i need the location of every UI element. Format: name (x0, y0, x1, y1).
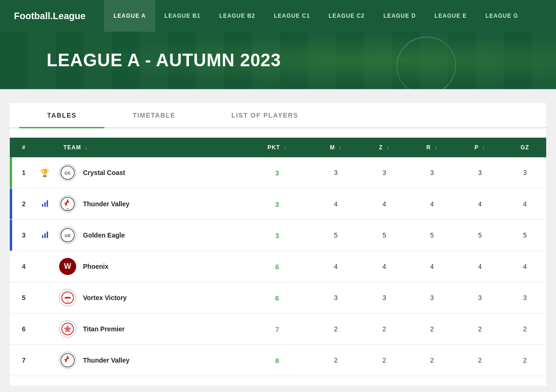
z-cell: 4 (361, 189, 408, 220)
team-logo (59, 320, 76, 338)
gz-col-header[interactable]: GZ (504, 138, 546, 157)
p-cell: 3 (456, 157, 504, 189)
rank-icon-cell (35, 282, 54, 314)
team-cell: TV Thunder Valley (54, 189, 243, 220)
nav-league-g[interactable]: LEAGUE G (476, 0, 528, 32)
m-cell: 5 (311, 220, 361, 251)
z-col-header[interactable]: Z ↓ (361, 138, 408, 157)
tab-list-of-players[interactable]: LIST OF PLAYERS (203, 103, 326, 127)
table-header-row: # TEAM ↓ PKT ↓ M ↓ Z ↓ R ↓ P ↓ GZ (10, 138, 546, 157)
hero-title: LEAGUE A - AUTUMN 2023 (47, 50, 281, 70)
table-row: 1 🏆 CC (10, 157, 546, 189)
rank-cell: 5 (12, 282, 35, 314)
nav-league-b1[interactable]: LEAGUE B1 (155, 0, 210, 32)
m-cell: 2 (311, 345, 361, 376)
rank-col-header: # (12, 138, 35, 157)
tab-tables[interactable]: TABLES (19, 103, 104, 127)
rank-cell: 4 (12, 251, 35, 282)
pkt-cell: 8 (243, 345, 311, 376)
team-cell: W Phoenix (54, 251, 243, 282)
r-cell: 3 (408, 282, 456, 314)
svg-rect-14 (65, 297, 71, 299)
table-row: 4 W Phoeni (10, 251, 546, 282)
main-content: TABLES TIMETABLE LIST OF PLAYERS # TEAM … (10, 103, 546, 385)
svg-text:VV: VV (66, 301, 69, 303)
gz-cell: 2 (504, 345, 546, 376)
nav-league-c1[interactable]: LEAGUE C1 (264, 0, 319, 32)
nav-league-d[interactable]: LEAGUE D (374, 0, 425, 32)
gz-cell: 4 (504, 251, 546, 282)
m-cell: 4 (311, 189, 361, 220)
team-name: Phoenix (83, 263, 108, 270)
site-logo[interactable]: Football.League (14, 11, 85, 21)
z-cell: 2 (361, 314, 408, 345)
team-logo: CC (59, 164, 76, 182)
rank-cell: 3 (12, 220, 35, 251)
team-cell: Titan Premier (54, 314, 243, 345)
r-col-header[interactable]: R ↓ (408, 138, 456, 157)
pkt-cell: 6 (243, 282, 311, 314)
r-cell: 2 (408, 345, 456, 376)
z-cell: 2 (361, 345, 408, 376)
team-cell: CC Crystal Coast (54, 157, 243, 189)
nav-league-b2[interactable]: LEAGUE B2 (210, 0, 264, 32)
vortex-victory-logo-svg: VV (59, 289, 76, 307)
rank-icon-cell (35, 220, 54, 251)
z-cell: 3 (361, 157, 408, 189)
svg-text:CC: CC (65, 171, 71, 175)
m-col-header[interactable]: M ↓ (311, 138, 361, 157)
rank-icon-cell (35, 345, 54, 376)
z-sort-icon: ↓ (387, 145, 389, 150)
gz-cell: 3 (504, 157, 546, 189)
team-name: Golden Eagle (83, 231, 125, 239)
team-cell: Thunder Valley (54, 345, 243, 376)
rank-icon-cell: 🏆 (35, 157, 54, 189)
p-col-header[interactable]: P ↓ (456, 138, 504, 157)
rank-cell: 2 (12, 189, 35, 220)
table-row: 7 (10, 345, 546, 376)
bars-icon (42, 200, 48, 207)
pkt-cell: 6 (243, 251, 311, 282)
p-cell: 2 (456, 314, 504, 345)
p-sort-icon: ↓ (482, 145, 485, 150)
r-cell: 4 (408, 251, 456, 282)
trophy-icon: 🏆 (40, 169, 49, 177)
gz-cell: 2 (504, 314, 546, 345)
table-row: 5 VV (10, 282, 546, 314)
team-logo: GE (59, 226, 76, 244)
team-cell: GE Golden Eagle (54, 220, 243, 251)
r-cell: 4 (408, 189, 456, 220)
table-row: 3 (10, 220, 546, 251)
table-row: 6 (10, 314, 546, 345)
icon-col-header (35, 138, 54, 157)
thunder-valley2-logo-svg (59, 351, 76, 369)
thunder-valley-logo-svg: TV (59, 195, 76, 213)
team-sort-icon: ↓ (85, 145, 88, 150)
m-cell: 4 (311, 251, 361, 282)
svg-text:TV: TV (66, 208, 70, 210)
r-cell: 3 (408, 157, 456, 189)
team-cell: VV Vortex Victory (54, 282, 243, 314)
nav-league-c2[interactable]: LEAGUE C2 (320, 0, 374, 32)
p-cell: 2 (456, 345, 504, 376)
team-col-header[interactable]: TEAM ↓ (54, 138, 243, 157)
table-row: 2 (10, 189, 546, 220)
z-cell: 3 (361, 282, 408, 314)
team-logo: W (59, 258, 76, 275)
rank-icon-cell (35, 189, 54, 220)
rank-icon-cell (35, 314, 54, 345)
nav-league-a[interactable]: LEAGUE A (104, 0, 155, 32)
r-cell: 2 (408, 314, 456, 345)
m-cell: 3 (311, 282, 361, 314)
z-cell: 4 (361, 251, 408, 282)
tab-timetable[interactable]: TIMETABLE (104, 103, 203, 127)
nav-league-e[interactable]: LEAGUE E (425, 0, 476, 32)
pkt-cell: 3 (243, 189, 311, 220)
crystal-coast-logo-svg: CC (59, 164, 76, 182)
pkt-cell: 7 (243, 314, 311, 345)
content-tabs: TABLES TIMETABLE LIST OF PLAYERS (10, 103, 546, 128)
pkt-col-header[interactable]: PKT ↓ (243, 138, 311, 157)
team-name: Crystal Coast (83, 169, 125, 176)
gz-cell: 3 (504, 282, 546, 314)
team-logo: VV (59, 289, 76, 307)
